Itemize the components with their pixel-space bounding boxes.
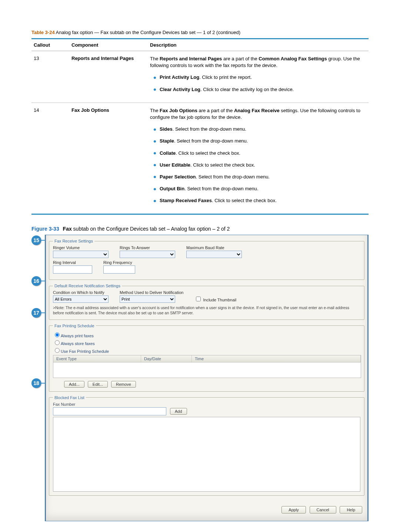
schedule-table: Event Type Day/Date Time — [53, 355, 361, 378]
bullet-icon — [154, 200, 156, 202]
list-item: Paper Selection. Select from the drop-do… — [154, 174, 366, 180]
table-caption: Table 3-24 Analog fax option — Fax subta… — [31, 30, 369, 35]
rings-to-answer-select[interactable] — [120, 251, 175, 258]
table-header-row: Callout Component Description — [31, 39, 369, 51]
always-store-label: Always store faxes — [61, 341, 95, 346]
description-cell: The Reports and Internal Pages are a par… — [148, 51, 369, 103]
include-thumbnail-checkbox[interactable] — [196, 297, 201, 301]
figure-caption: Figure 3-33 Fax subtab on the Configure … — [31, 226, 369, 232]
dialog-buttons: Apply Cancel Help — [49, 506, 364, 513]
ringer-volume-label: Ringer Volume — [53, 245, 109, 250]
method-select[interactable]: Print — [120, 295, 175, 303]
list-item: Print Activity Log. Click to print the r… — [154, 74, 366, 81]
cancel-button[interactable]: Cancel — [310, 506, 336, 513]
max-baud-select[interactable] — [186, 251, 242, 258]
group-legend: Default Receive Notification Settings — [53, 284, 122, 288]
ring-frequency-input[interactable] — [103, 265, 135, 274]
notification-note: >Note: The e-mail address associated wit… — [53, 305, 360, 315]
header-description: Description — [148, 39, 369, 51]
bullet-icon — [154, 164, 156, 166]
include-thumbnail-label: Include Thumbnail — [203, 298, 236, 302]
component-name: Reports and Internal Pages — [71, 56, 134, 61]
blocked-fax-listbox[interactable] — [53, 417, 360, 492]
ring-interval-input[interactable] — [53, 265, 92, 274]
component-cell: Fax Job Options — [69, 103, 148, 214]
bullet-icon — [154, 140, 156, 143]
group-legend: Fax Printing Schedule — [53, 324, 96, 328]
list-item: Stamp Received Faxes. Click to select th… — [154, 197, 366, 204]
edit-button[interactable]: Edit... — [88, 381, 108, 388]
bullet-icon — [154, 176, 156, 178]
callout-cell: 14 — [31, 103, 69, 214]
ring-interval-label: Ring Interval — [53, 260, 92, 265]
default-receive-notification-group: Default Receive Notification Settings Co… — [49, 284, 364, 319]
table-row: 14 Fax Job Options The Fax Job Options a… — [31, 103, 369, 214]
always-store-radio[interactable] — [55, 340, 60, 345]
max-baud-label: Maximum Baud Rate — [186, 245, 242, 250]
schedule-header: Event Type Day/Date Time — [53, 355, 361, 362]
table-number: Table 3-24 — [31, 30, 55, 35]
header-component: Component — [69, 39, 148, 51]
rings-to-answer-label: Rings To Answer — [120, 245, 175, 250]
list-item: Collate. Click to select the check box. — [154, 150, 366, 157]
callout-ball-18: 18 — [31, 378, 41, 388]
bullet-icon — [154, 88, 156, 91]
screenshot-panel: Fax Receive Settings Ringer Volume Rings… — [45, 235, 369, 521]
callout-ball-17: 17 — [31, 308, 41, 318]
remove-button[interactable]: Remove — [111, 381, 136, 388]
figure-number: Figure 3-33 — [31, 226, 59, 232]
ring-frequency-label: Ring Frequency — [103, 260, 135, 265]
col-event-type: Event Type — [53, 355, 141, 362]
list-item: User Editable. Click to select the check… — [154, 162, 366, 168]
header-callout: Callout — [31, 39, 69, 51]
callout-column: 15 16 17 18 — [31, 235, 45, 521]
method-label: Method Used to Deliver Notification — [120, 290, 183, 295]
bullet-icon — [154, 188, 156, 190]
fax-printing-schedule-group: Fax Printing Schedule Always print faxes… — [49, 324, 364, 392]
component-table: Callout Component Description 13 Reports… — [31, 38, 369, 215]
list-item: Clear Activity Log. Click to clear the a… — [154, 86, 366, 93]
help-button[interactable]: Help — [340, 506, 362, 513]
fax-receive-settings-group: Fax Receive Settings Ringer Volume Rings… — [49, 239, 364, 280]
col-day-date: Day/Date — [141, 355, 192, 362]
blocked-fax-list-group: Blocked Fax List Fax Number Add — [49, 395, 364, 496]
always-print-label: Always print faxes — [61, 334, 94, 338]
table-row: 13 Reports and Internal Pages The Report… — [31, 51, 369, 103]
figure-bold: Fax — [63, 226, 72, 232]
callout-cell: 13 — [31, 51, 69, 103]
figure-wrap: 15 16 17 18 Fax Receive Settings Ringer … — [31, 235, 369, 521]
bullet-icon — [154, 128, 156, 131]
figure-rest: subtab on the Configure Devices tab set … — [72, 226, 230, 232]
use-schedule-radio[interactable] — [55, 348, 60, 353]
table-caption-text: Analog fax option — Fax subtab on the Co… — [55, 30, 241, 35]
col-time: Time — [192, 355, 361, 362]
condition-select[interactable]: All Errors — [53, 295, 109, 303]
callout-ball-15: 15 — [31, 235, 41, 245]
description-cell: The Fax Job Options are a part of the An… — [148, 103, 369, 214]
add-fax-button[interactable]: Add — [170, 408, 187, 415]
component-cell: Reports and Internal Pages — [69, 51, 148, 103]
add-button[interactable]: Add... — [64, 381, 84, 388]
list-item: Sides. Select from the drop-down menu. — [154, 126, 366, 133]
group-legend: Fax Receive Settings — [53, 239, 94, 243]
apply-button[interactable]: Apply — [281, 506, 306, 513]
list-item: Output Bin. Select from the drop-down me… — [154, 185, 366, 192]
component-name: Fax Job Options — [71, 107, 109, 113]
list-item: Staple. Select from the drop-down menu. — [154, 138, 366, 144]
callout-ball-16: 16 — [31, 276, 41, 286]
bullet-icon — [154, 152, 156, 154]
fax-number-input[interactable] — [53, 407, 166, 415]
use-schedule-label: Use Fax Printing Schedule — [61, 349, 109, 354]
group-legend: Blocked Fax List — [53, 395, 86, 400]
ringer-volume-select[interactable] — [53, 251, 109, 258]
fax-number-label: Fax Number — [53, 402, 76, 406]
condition-label: Condition on Which to Notify — [53, 290, 109, 295]
always-print-radio[interactable] — [55, 332, 60, 337]
bullet-icon — [154, 77, 156, 79]
